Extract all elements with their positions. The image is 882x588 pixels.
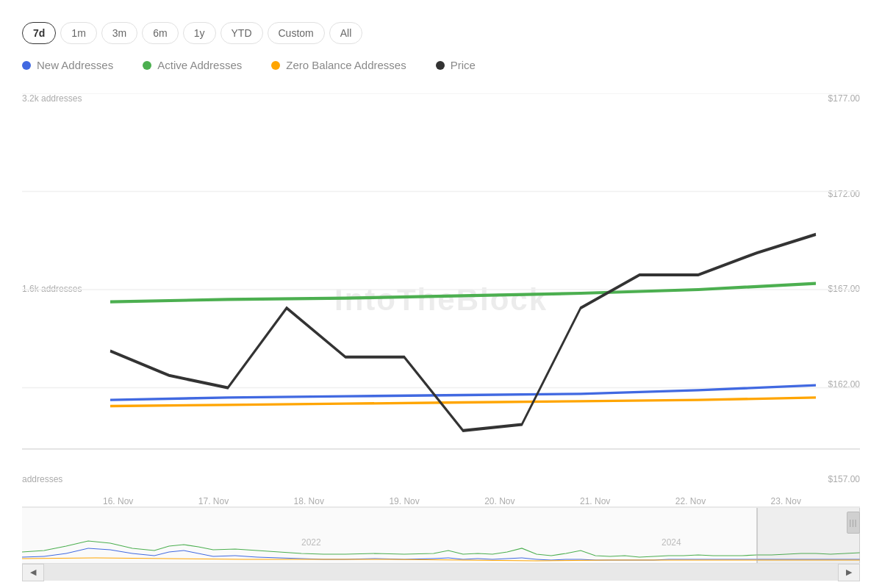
x-label-4: 20. Nov [484,496,514,506]
legend-item-active-addresses[interactable]: Active Addresses [143,59,242,71]
time-btn-1y[interactable]: 1y [183,22,216,44]
time-btn-custom[interactable]: Custom [268,22,325,44]
legend-label-zero-balance: Zero Balance Addresses [286,59,406,71]
chart-svg-container [22,93,860,486]
legend-dot-price [436,61,445,70]
x-label-1: 17. Nov [198,496,229,506]
time-btn-6m[interactable]: 6m [142,22,178,44]
legend-dot-zero-balance [271,61,280,70]
main-chart-svg [22,93,860,486]
x-axis: 16. Nov17. Nov18. Nov19. Nov20. Nov21. N… [103,496,801,506]
main-chart: IntoTheBlock 3.2k addresses1.6k addresse… [22,93,860,507]
time-btn-1m[interactable]: 1m [60,22,96,44]
mini-label-2024: 2024 [662,537,681,548]
x-label-5: 21. Nov [580,496,610,506]
time-btn-ytd[interactable]: YTD [220,22,263,44]
time-btn-7d[interactable]: 7d [22,22,56,44]
time-btn-all[interactable]: All [329,22,363,44]
nav-handle[interactable]: ||| [847,512,860,534]
legend-dot-active-addresses [143,61,151,70]
legend-item-price[interactable]: Price [436,59,476,71]
time-btn-3m[interactable]: 3m [101,22,137,44]
nav-arrow-right[interactable]: ▶ [838,564,860,581]
x-label-3: 19. Nov [389,496,419,506]
x-label-2: 18. Nov [294,496,324,506]
x-label-7: 23. Nov [771,496,801,506]
nav-scroll[interactable] [44,564,838,581]
mini-chart: 2022 2024 ||| ◀ ▶ [22,507,860,581]
legend-label-new-addresses: New Addresses [37,59,113,71]
legend-label-price: Price [451,59,476,71]
mini-label-2022: 2022 [301,537,321,548]
nav-bar: ◀ ▶ [22,563,860,581]
legend-item-zero-balance[interactable]: Zero Balance Addresses [271,59,406,71]
x-label-6: 22. Nov [675,496,706,506]
chart-area: IntoTheBlock 3.2k addresses1.6k addresse… [22,93,860,581]
chart-legend: New Addresses Active Addresses Zero Bala… [22,59,860,71]
mini-chart-svg [22,508,860,563]
legend-label-active-addresses: Active Addresses [157,59,242,71]
legend-dot-new-addresses [22,61,31,70]
legend-item-new-addresses[interactable]: New Addresses [22,59,113,71]
x-label-0: 16. Nov [103,496,133,506]
time-range-selector: 7d1m3m6m1yYTDCustomAll [22,15,860,44]
svg-rect-5 [757,508,860,563]
nav-arrow-left[interactable]: ◀ [22,564,44,581]
